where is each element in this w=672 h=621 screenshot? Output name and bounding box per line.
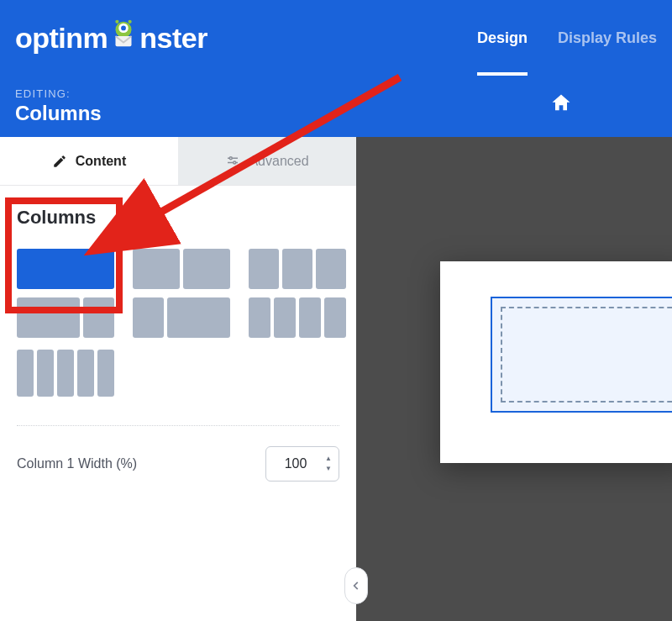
column-width-input[interactable] <box>275 456 317 471</box>
column-width-label: Column 1 Width (%) <box>17 456 137 471</box>
home-button[interactable] <box>549 92 573 121</box>
layout-wide-right[interactable] <box>133 297 230 338</box>
layout-4col[interactable] <box>249 297 346 338</box>
panel-tab-content[interactable]: Content <box>0 137 178 185</box>
subheader: EDITING: Columns <box>0 76 672 137</box>
brand-text-pre: optinm <box>15 24 108 52</box>
preview-canvas <box>356 137 672 621</box>
panel-tab-content-label: Content <box>76 154 126 169</box>
column-layout-grid <box>17 249 339 338</box>
editing-group: EDITING: Columns <box>15 87 102 125</box>
svg-point-2 <box>121 26 126 31</box>
left-panel: Content Advanced Columns <box>0 137 356 621</box>
panel-collapse-handle[interactable] <box>344 567 368 604</box>
layout-wide-left[interactable] <box>17 297 114 338</box>
app-header: optinm nster Design Display Rules <box>0 0 672 76</box>
brand-text-post: nster <box>139 24 207 52</box>
popup-preview[interactable] <box>440 261 672 463</box>
panel-tab-advanced[interactable]: Advanced <box>178 137 356 185</box>
panel-tab-advanced-label: Advanced <box>249 154 308 169</box>
editing-label: EDITING: <box>15 87 102 100</box>
step-down-button[interactable]: ▼ <box>322 465 335 473</box>
columns-section-title: Columns <box>17 207 339 229</box>
columns-section: Columns <box>0 186 356 405</box>
layout-1col[interactable] <box>17 249 114 289</box>
panel-tabs: Content Advanced <box>0 137 356 186</box>
layout-2col[interactable] <box>133 249 230 289</box>
editing-title: Columns <box>15 102 102 125</box>
popup-dropzone[interactable] <box>501 307 672 403</box>
tab-design[interactable]: Design <box>477 0 528 76</box>
number-stepper: ▲ ▼ <box>322 455 335 473</box>
column-width-input-wrap[interactable]: ▲ ▼ <box>265 446 339 482</box>
brand-logo: optinm nster <box>15 22 207 54</box>
layout-5col[interactable] <box>17 350 114 397</box>
tab-display-rules[interactable]: Display Rules <box>558 0 657 76</box>
chevron-left-icon <box>350 580 362 592</box>
layout-3col[interactable] <box>249 249 346 289</box>
pencil-icon <box>52 154 67 169</box>
svg-point-3 <box>116 20 119 24</box>
svg-point-4 <box>129 20 132 24</box>
sliders-icon <box>225 154 240 169</box>
svg-point-7 <box>230 156 233 159</box>
home-icon <box>549 92 573 115</box>
top-tabs: Design Display Rules <box>477 0 657 76</box>
monster-icon <box>108 18 139 50</box>
svg-point-9 <box>234 161 236 164</box>
step-up-button[interactable]: ▲ <box>322 455 335 463</box>
popup-column-block[interactable] <box>491 297 672 413</box>
column-width-row: Column 1 Width (%) ▲ ▼ <box>0 426 356 502</box>
